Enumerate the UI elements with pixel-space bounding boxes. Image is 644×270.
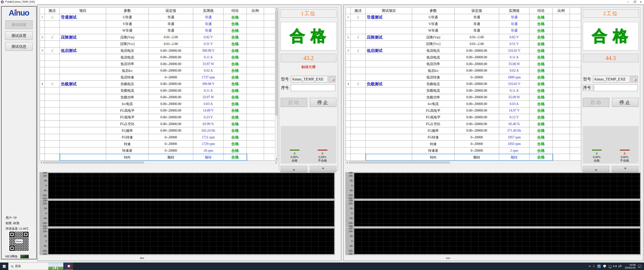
close-button[interactable]: ✕ [638, 0, 644, 4]
table-row[interactable]: 2√压降测试压降[Vm]0.01--2.000.82 V合格 [346, 34, 581, 41]
model-label: 型号 [281, 76, 291, 82]
restore-button[interactable] [631, 0, 638, 4]
table-row[interactable]: 转速0--200001729 rpm合格 [40, 141, 275, 147]
table-row[interactable]: V导通导通导通合格 [40, 21, 275, 28]
table-row[interactable]: FG低电平0.00--20000.000.12 V合格 [346, 114, 581, 121]
scrollbar-left-arrow[interactable] [346, 161, 348, 164]
table-row[interactable]: 低启电流0.00--20000.000.11 A合格 [40, 54, 275, 61]
table-row[interactable]: 压降[Vcc]0.01--2.000.51 V合格 [346, 41, 581, 47]
table-row[interactable]: W导通导通导通合格 [346, 27, 581, 34]
taskbar-app-ainuo[interactable] [64, 262, 73, 270]
serial-input[interactable] [593, 84, 638, 91]
table-row[interactable]: 4√负载测试负载电压0.00--20000.00310.02 V合格 [346, 81, 581, 87]
table-row[interactable]: 低启功率0.00--20000.0033.97 W合格 [40, 61, 275, 68]
table-row[interactable]: 负载功率0.00--20000.0033.97 W合格 [40, 94, 275, 101]
model-input[interactable]: Ainuo_TEMP_EXE [593, 76, 630, 82]
table-row[interactable]: 负载功率0.00--20000.0035.09 W合格 [346, 94, 581, 101]
scroll-up-button[interactable] [281, 166, 307, 172]
table-row[interactable]: 负载电流0.00--20000.000.11 A合格 [346, 87, 581, 94]
table-horizontal-scrollbar[interactable] [346, 161, 584, 164]
table-row[interactable]: 低启Icc0.00--20000.000.02 A合格 [40, 67, 275, 74]
y-axis-tick: 50 [350, 179, 354, 182]
start-button[interactable]: 启动 [281, 98, 307, 107]
sidebar-button-test-info[interactable]: 测试信息 [5, 42, 32, 51]
scroll-up-button[interactable] [583, 166, 609, 172]
pass-label: 合格 [292, 159, 298, 162]
table-row[interactable]: 低启电流0.00--20000.000.11 A合格 [346, 54, 581, 61]
table-row[interactable]: 1√导通测试U导通导通导通合格 [40, 14, 275, 21]
table-row[interactable]: 低启转速0--200001737 rpm合格 [40, 74, 275, 81]
table-row[interactable]: 负载电流0.00--20000.000.11 A合格 [40, 87, 275, 94]
table-row[interactable]: V导通导通导通合格 [346, 21, 581, 28]
table-row[interactable]: 转速差0--2000018 rpm合格 [40, 147, 275, 154]
scrollbar-left-arrow[interactable] [40, 161, 43, 164]
scroll-down-button[interactable] [310, 166, 336, 172]
table-row[interactable]: FG占空比0.00--20000.0065.40 %合格 [346, 121, 581, 127]
table-row[interactable]: FG频率0.00--20000.00371.40 Hz合格 [346, 127, 581, 134]
clock[interactable]: 14:56 2024/1/15 [625, 263, 636, 269]
start-button[interactable]: 启动 [583, 98, 609, 107]
chart-plot-area [354, 201, 640, 226]
taskbar-search[interactable]: 搜索 [8, 262, 64, 270]
table-row[interactable]: 压降[Vcc]0.01--2.000.51 V合格 [40, 41, 275, 47]
scrollbar-thumb[interactable] [349, 162, 450, 164]
pass-count: 0 [294, 152, 296, 155]
table-row[interactable]: Icc电流0.00--20000.000.03 A合格 [346, 101, 581, 107]
scrollbar-thumb[interactable] [43, 162, 144, 164]
table-row[interactable]: 低启Icc0.00--20000.000.02 A合格 [346, 67, 581, 74]
volume-icon[interactable] [614, 265, 616, 267]
start-button-windows[interactable] [0, 262, 8, 270]
station-title: 2工位 [583, 9, 638, 18]
stop-button[interactable]: 停止 [612, 98, 638, 107]
network-icon[interactable] [608, 265, 612, 267]
scrollbar-down-arrow[interactable] [275, 158, 278, 161]
search-icon [11, 265, 13, 267]
stop-button[interactable]: 停止 [310, 98, 336, 107]
table-row[interactable]: 3√低启测试低启电压0.00--20000.00309.98 V合格 [40, 47, 275, 54]
table-row[interactable]: FG转速0--200001857 rpm合格 [346, 134, 581, 141]
defender-shield-icon[interactable] [603, 265, 606, 268]
table-row[interactable]: FG占空比0.00--20000.0065.99 %合格 [40, 121, 275, 127]
scroll-down-button[interactable] [612, 166, 638, 172]
table-vertical-scrollbar[interactable] [275, 8, 278, 161]
app-icon [1, 1, 4, 3]
tray-time: 14:56 [630, 263, 636, 266]
header-item: 测试项目 [366, 8, 412, 14]
table-row[interactable]: FG低电平0.00--20000.000.23 V合格 [40, 114, 275, 121]
table-row[interactable]: Icc电流0.00--20000.000.03 A合格 [40, 101, 275, 107]
table-row[interactable]: 低启转速0--200001809 rpm合格 [346, 74, 581, 81]
y-axis-tick: 130 [349, 172, 354, 174]
scrollbar-thumb[interactable] [275, 11, 278, 115]
table-row[interactable]: 转向顺转顺转合格 [40, 154, 275, 161]
app-tray-icon[interactable] [598, 265, 600, 268]
model-lookup-button[interactable] [328, 76, 336, 82]
table-row[interactable]: FG高电平0.00--20000.0014.97 V合格 [346, 107, 581, 114]
model-lookup-button[interactable] [631, 76, 638, 82]
hidden-icons-chevron[interactable] [589, 265, 590, 267]
table-horizontal-scrollbar[interactable] [40, 161, 278, 164]
sidebar-button-test-archive[interactable]: 测试档案 [5, 21, 32, 29]
table-row[interactable]: 转速差0--200002 rpm合格 [346, 147, 581, 154]
table-row[interactable]: 低启功率0.00--20000.0035.06 W合格 [346, 61, 581, 68]
serial-input[interactable] [291, 84, 335, 91]
action-center-icon[interactable] [638, 265, 642, 267]
bluetooth-icon[interactable]: ᛒ [593, 264, 595, 268]
scrollbar-right-arrow[interactable] [275, 161, 278, 164]
sidebar-button-test-settings[interactable]: 测试设置 [5, 31, 32, 40]
table-row[interactable]: 1√导通测试U导通导通导通合格 [346, 14, 581, 21]
table-row[interactable]: 转速0--200001855 rpm合格 [346, 141, 581, 147]
table-row[interactable]: FG高电平0.00--20000.0014.89 V合格 [40, 107, 275, 114]
table-row[interactable]: 2√压降测试压降[Vm]0.01--2.000.82 V合格 [40, 34, 275, 41]
ime-indicator[interactable]: 中 [619, 264, 622, 268]
up-arrow-icon [595, 168, 598, 171]
table-row[interactable]: FG频率0.00--20000.00342.24 Hz合格 [40, 127, 275, 134]
table-row[interactable]: W导通导通导通合格 [40, 27, 275, 34]
table-row[interactable]: FG转速0--200001711 rpm合格 [40, 134, 275, 141]
table-row[interactable]: 3√低启测试低启电压0.00--20000.00310.02 V合格 [346, 47, 581, 54]
table-row[interactable]: 4√负载测试负载电压0.00--20000.00309.98 V合格 [40, 81, 275, 87]
model-input[interactable]: Ainuo_TEMP_EXE [291, 76, 328, 82]
scrollbar-up-arrow[interactable] [275, 8, 278, 10]
header-result: 结论 [530, 8, 553, 14]
table-row[interactable]: 转向顺转顺转合格 [346, 154, 581, 161]
minimize-button[interactable] [625, 0, 631, 4]
